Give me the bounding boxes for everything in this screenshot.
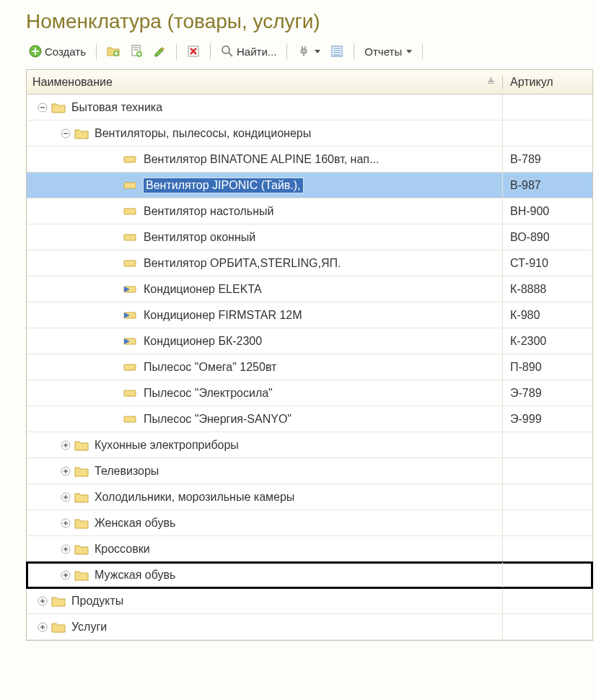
article-value: К-980 [510,309,540,322]
tree-row[interactable]: Пылесос "Энергия-SANYO"Э-999 [27,406,592,432]
cell-name: Мужская обувь [27,562,503,587]
tree-row[interactable]: Бытовая техника [27,95,592,121]
edit-button[interactable] [150,43,169,59]
svg-rect-38 [124,364,136,370]
row-label: Кроссовки [95,543,150,556]
cell-article: ВН-900 [503,198,592,224]
toolbar-separator [96,43,97,59]
reports-button[interactable]: Отчеты [361,44,415,59]
cell-article: В-789 [503,146,592,172]
tree-row[interactable]: Кроссовки [27,536,592,562]
cell-article [503,432,592,458]
folder-icon [51,102,66,113]
svg-rect-39 [124,390,136,396]
cell-name: Вентилятор BINATONE ALPINE 160вт, нап... [27,146,503,172]
folder-icon [74,465,89,477]
tree-row[interactable]: Кондиционер ELEKTAК-8888 [27,276,592,302]
article-value: К-2300 [510,335,546,348]
cell-article: П-890 [503,354,592,380]
cell-article: ВО-890 [503,224,592,250]
tree-row[interactable]: Вентилятор оконныйВО-890 [27,224,592,250]
tree-row[interactable]: Вентилятор ОРБИТА,STERLING,ЯП.СТ-910 [27,250,592,276]
cell-article [503,95,592,120]
settings-button[interactable] [294,43,323,59]
row-label: Кондиционер FIRMSTAR 12M [144,309,302,322]
row-label: Пылесос "Энергия-SANYO" [144,413,292,426]
tree-row[interactable]: Кондиционер FIRMSTAR 12MК-980 [27,302,592,328]
tree-row[interactable]: Пылесос "Электросила"Э-789 [27,380,592,406]
row-label: Услуги [71,621,107,634]
create-label: Создать [45,45,86,58]
chevron-down-icon [406,50,412,53]
new-folder-button[interactable] [104,43,123,59]
tree-row[interactable]: Услуги [27,614,592,640]
tree-row[interactable]: Кондиционер БК-2300К-2300 [27,328,592,354]
collapse-icon[interactable] [37,102,48,113]
cell-article [503,510,592,535]
cell-name: Кондиционер FIRMSTAR 12M [27,302,503,328]
expander-placeholder [83,206,95,217]
tree-row[interactable]: Вентилятор BINATONE ALPINE 160вт, нап...… [27,146,592,172]
folder-icon [74,439,89,451]
item-icon [123,258,138,269]
expand-icon[interactable] [60,517,71,529]
list-icon [330,45,343,58]
column-header-article[interactable]: Артикул [503,76,592,89]
svg-rect-11 [138,53,141,55]
cell-name: Пылесос "Омега" 1250вт [27,354,503,380]
expand-icon[interactable] [37,595,48,607]
list-button[interactable] [328,43,346,59]
expand-icon[interactable] [60,569,71,581]
row-label: Вентилятор ОРБИТА,STERLING,ЯП. [144,257,341,270]
expand-icon[interactable] [60,543,71,555]
cell-article: К-980 [503,302,592,328]
delete-button[interactable] [184,43,203,59]
column-header-name[interactable]: Наименование ≜ [27,76,503,89]
tree-row[interactable]: Вентилятор настольныйВН-900 [27,198,592,224]
row-label: Бытовая техника [71,101,162,114]
expand-icon[interactable] [60,491,71,503]
tree-row[interactable]: Женская обувь [27,510,592,536]
row-label: Вентиляторы, пылесосы, кондиционеры [95,127,311,140]
tree-row[interactable]: Холодильники, морозильные камеры [27,484,592,510]
toolbar-separator [210,43,211,59]
pencil-icon [153,45,166,58]
tree-row[interactable]: Вентиляторы, пылесосы, кондиционеры [27,121,592,146]
tree-row[interactable]: Кухонные электроприборы [27,432,592,458]
expander-placeholder [83,180,95,191]
tree-row[interactable]: Продукты [27,588,592,614]
tree-row[interactable]: Телевизоры [27,458,592,484]
create-button[interactable]: Создать [26,43,89,59]
tree-row[interactable]: Вентилятор JIPONIC (Тайв.),В-987 [27,172,592,198]
expand-icon[interactable] [60,465,71,477]
expand-icon[interactable] [60,439,71,451]
row-label: Кондиционер БК-2300 [144,335,262,348]
cell-article: Э-999 [503,406,592,432]
find-button[interactable]: Найти... [218,43,279,59]
row-label: Женская обувь [95,517,175,530]
collapse-icon[interactable] [60,128,71,139]
article-value: К-8888 [510,283,546,296]
svg-rect-40 [124,416,136,422]
cell-name: Холодильники, морозильные камеры [27,484,503,509]
reports-label: Отчеты [364,45,402,58]
expand-icon[interactable] [37,621,48,633]
item-icon [123,284,138,295]
tree-row[interactable]: Мужская обувь [27,562,592,588]
toolbar: Создать Найти... [0,40,596,69]
cell-name: Вентиляторы, пылесосы, кондиционеры [27,121,503,146]
toolbar-separator [422,43,423,59]
copy-button[interactable] [127,43,146,59]
toolbar-separator [354,43,354,59]
sort-icon: ≜ [487,76,495,87]
row-label: Кондиционер ELEKTA [144,283,262,296]
row-label: Мужская обувь [95,569,175,582]
svg-rect-31 [124,183,136,188]
cell-name: Кондиционер БК-2300 [27,328,503,354]
tree-row[interactable]: Пылесос "Омега" 1250втП-890 [27,354,592,380]
item-icon [123,388,138,399]
cell-name: Продукты [27,588,503,613]
item-icon [123,414,138,425]
article-value: ВН-900 [510,205,549,218]
article-value: П-890 [510,361,542,374]
